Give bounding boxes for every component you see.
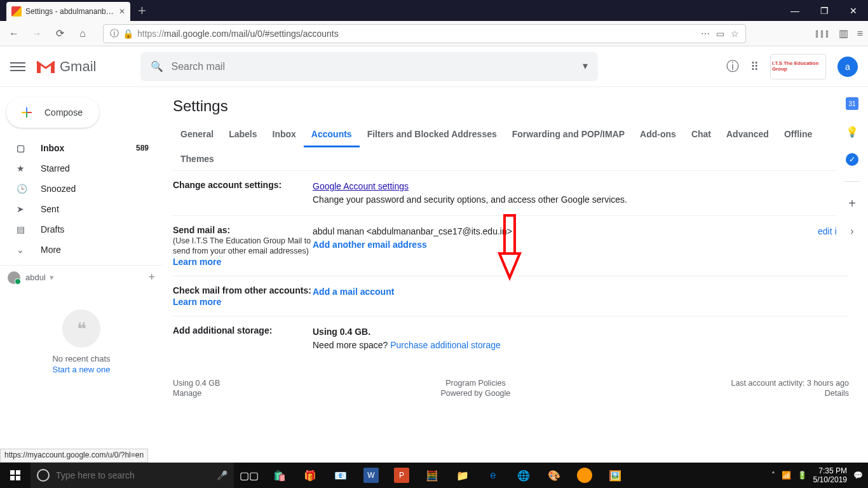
sidebar-item-drafts[interactable]: ▤ Drafts	[0, 219, 163, 240]
search-box[interactable]: 🔍 ▾	[140, 52, 598, 81]
tab-themes[interactable]: Themes	[173, 147, 222, 170]
tab-forwarding-and-pop-imap[interactable]: Forwarding and POP/IMAP	[505, 123, 632, 147]
tab-accounts[interactable]: Accounts	[304, 123, 360, 147]
library-icon[interactable]: ⫿⫿⫿	[815, 28, 830, 39]
learn-more-link[interactable]: Learn more	[173, 257, 313, 267]
hamburger-icon[interactable]: ≡	[857, 28, 863, 39]
compose-button[interactable]: Compose	[6, 97, 99, 128]
home-button[interactable]: ⌂	[74, 25, 92, 43]
maximize-button[interactable]: ❐	[810, 0, 839, 21]
cortana-icon[interactable]	[37, 469, 50, 482]
edge-icon[interactable]: e	[478, 463, 508, 488]
sidebar-icon[interactable]: ▥	[839, 27, 848, 39]
add-mail-account-link[interactable]: Add a mail account	[313, 287, 394, 297]
calculator-icon[interactable]: 🧮	[417, 463, 447, 488]
chevron-down-icon: ⌄	[17, 245, 29, 255]
browser-toolbar: ← → ⟳ ⌂ ⓘ 🔒 https://mail.google.com/mail…	[0, 21, 868, 46]
tab-labels[interactable]: Labels	[221, 123, 264, 147]
store-icon[interactable]: 🛍️	[264, 463, 295, 488]
sidebar-item-label: Inbox	[41, 143, 64, 153]
manage-link[interactable]: Manage	[173, 389, 220, 398]
apps-icon[interactable]: ⠿	[750, 60, 759, 74]
tasks-addon-icon[interactable]: ✓	[846, 153, 858, 166]
keep-addon-icon[interactable]: 💡	[846, 125, 858, 138]
hide-panel-icon[interactable]: ›	[846, 225, 858, 238]
search-options-icon[interactable]: ▾	[583, 60, 588, 72]
mic-icon[interactable]: 🎤	[217, 470, 227, 480]
tab-filters-and-blocked-addresses[interactable]: Filters and Blocked Addresses	[360, 123, 505, 147]
back-button[interactable]: ←	[5, 25, 23, 43]
gmail-header: Gmail 🔍 ▾ ⓘ ⠿ I.T.S The Education Group …	[0, 46, 868, 87]
main-menu-button[interactable]	[10, 59, 25, 74]
gmail-sidebar: Compose ▢ Inbox 589 ★ Starred 🕒 Snoozed …	[0, 87, 163, 463]
row-label: Change account settings:	[173, 180, 313, 207]
new-chat-button[interactable]: +	[148, 271, 155, 284]
tab-add-ons[interactable]: Add-ons	[632, 123, 684, 147]
browser-tab[interactable]: Settings - abdulmananbar_cse1 ✕	[6, 2, 130, 21]
firefox-icon[interactable]	[577, 468, 592, 483]
minimize-button[interactable]: —	[780, 0, 810, 21]
tab-title: Settings - abdulmananbar_cse1	[25, 7, 116, 16]
chrome-icon[interactable]: 🌐	[508, 463, 539, 488]
activity-text: Last account activity: 3 hours ago	[731, 379, 849, 388]
bookmark-icon[interactable]: ☆	[731, 29, 739, 39]
search-input[interactable]	[171, 61, 583, 72]
photos-icon[interactable]: 🖼️	[600, 463, 630, 488]
forward-button[interactable]: →	[28, 25, 46, 43]
help-icon[interactable]: ⓘ	[726, 58, 739, 75]
gmail-logo[interactable]: Gmail	[36, 58, 96, 75]
learn-more-link[interactable]: Learn more	[173, 297, 313, 307]
lock-icon: 🔒	[123, 29, 133, 39]
reload-button[interactable]: ⟳	[51, 25, 69, 43]
sidebar-item-inbox[interactable]: ▢ Inbox 589	[0, 138, 163, 158]
sidebar-item-sent[interactable]: ➤ Sent	[0, 199, 163, 219]
notifications-icon[interactable]: 💬	[853, 471, 863, 480]
info-icon[interactable]: ⓘ	[110, 28, 119, 39]
chevron-down-icon[interactable]: ▾	[50, 273, 54, 282]
tab-offline[interactable]: Offline	[776, 123, 820, 147]
battery-icon[interactable]: 🔋	[797, 471, 807, 480]
app-icon[interactable]: 🎁	[295, 463, 325, 488]
powerpoint-icon[interactable]: P	[394, 468, 409, 483]
calendar-addon-icon[interactable]: 31	[846, 97, 858, 110]
sidebar-item-snoozed[interactable]: 🕒 Snoozed	[0, 179, 163, 199]
account-avatar[interactable]: a	[837, 57, 858, 77]
sidebar-item-more[interactable]: ⌄ More	[0, 240, 163, 260]
tab-chat[interactable]: Chat	[684, 123, 719, 147]
task-view-icon[interactable]: ▢▢	[234, 463, 264, 488]
start-chat-link[interactable]: Start a new one	[8, 365, 155, 374]
tab-general[interactable]: General	[173, 123, 221, 147]
sidebar-item-starred[interactable]: ★ Starred	[0, 158, 163, 179]
search-icon[interactable]: 🔍	[151, 60, 163, 72]
taskbar-search-input[interactable]	[56, 470, 217, 480]
add-email-link[interactable]: Add another email address	[313, 240, 427, 250]
explorer-icon[interactable]: 📁	[447, 463, 478, 488]
google-account-settings-link[interactable]: Google Account settings	[313, 181, 409, 191]
tab-advanced[interactable]: Advanced	[719, 123, 776, 147]
reader-icon[interactable]: ▭	[716, 29, 724, 39]
tray-expand-icon[interactable]: ˄	[771, 471, 775, 480]
tab-inbox[interactable]: Inbox	[265, 123, 304, 147]
new-tab-button[interactable]: +	[138, 3, 146, 19]
more-icon[interactable]: ⋯	[701, 29, 710, 39]
purchase-storage-link[interactable]: Purchase additional storage	[390, 340, 501, 350]
close-window-button[interactable]: ✕	[839, 0, 868, 21]
url-bar[interactable]: ⓘ 🔒 https://mail.google.com/mail/u/0/#se…	[103, 24, 746, 43]
row-storage: Add additional storage: Using 0.4 GB. Ne…	[173, 316, 849, 361]
taskbar-search[interactable]: 🎤	[31, 463, 234, 488]
page-title: Settings	[173, 97, 228, 115]
wifi-icon[interactable]: 📶	[782, 471, 791, 480]
policies-link[interactable]: Program Policies	[445, 379, 505, 388]
details-link[interactable]: Details	[825, 389, 849, 398]
tab-close-icon[interactable]: ✕	[119, 7, 125, 16]
star-icon: ★	[17, 163, 29, 173]
mail-icon[interactable]: 📧	[325, 463, 356, 488]
clock[interactable]: 7:35 PM 5/10/2019	[813, 466, 847, 485]
hangouts-user[interactable]: abdul ▾ +	[8, 271, 155, 284]
word-icon[interactable]: W	[363, 468, 379, 483]
get-addons-icon[interactable]: +	[846, 197, 858, 210]
start-button[interactable]	[0, 463, 31, 488]
paint-icon[interactable]: 🎨	[539, 463, 569, 488]
org-logo: I.T.S The Education Group	[770, 54, 826, 79]
svg-rect-3	[10, 476, 15, 480]
